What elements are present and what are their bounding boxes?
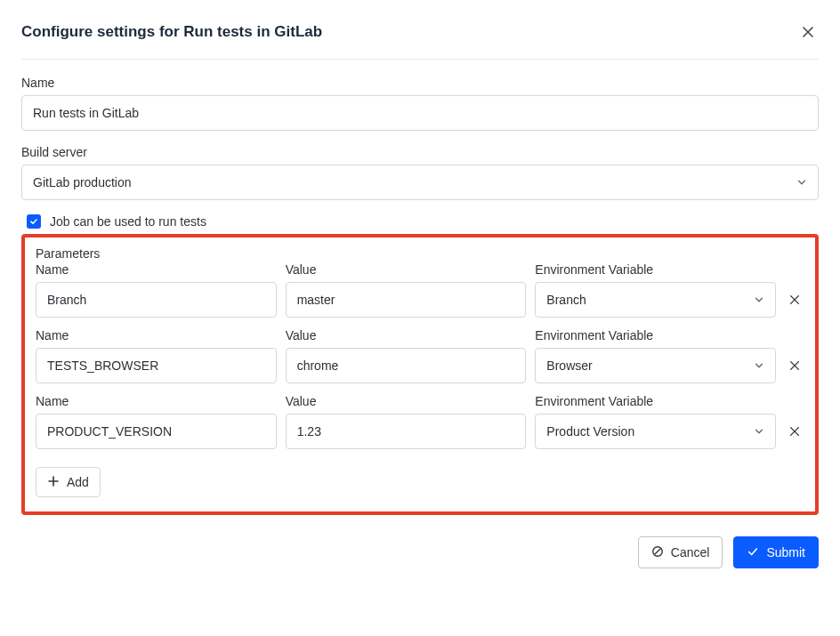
param-env-select[interactable] — [535, 348, 776, 383]
build-server-select[interactable] — [21, 165, 819, 200]
close-button[interactable] — [797, 21, 819, 43]
cancel-label: Cancel — [671, 545, 710, 560]
param-name-label: Name — [36, 328, 277, 342]
submit-label: Submit — [766, 545, 805, 560]
param-env-label: Environment Variable — [535, 394, 776, 408]
dialog-footer: Cancel Submit — [21, 536, 819, 568]
param-name-col: Name — [36, 394, 277, 449]
param-value-col: Value — [286, 262, 527, 318]
run-tests-checkbox-row: Job can be used to run tests — [21, 214, 819, 229]
param-value-input[interactable] — [286, 282, 527, 318]
check-icon — [29, 217, 38, 226]
add-parameter-label: Add — [67, 475, 89, 489]
parameters-title: Parameters — [36, 246, 804, 261]
param-value-label: Value — [286, 262, 527, 277]
close-icon — [788, 425, 801, 438]
param-name-input[interactable] — [36, 348, 277, 383]
param-name-label: Name — [36, 262, 277, 277]
param-value-label: Value — [286, 394, 527, 408]
run-tests-checkbox[interactable] — [27, 214, 41, 229]
param-env-select[interactable] — [535, 282, 776, 318]
param-name-input[interactable] — [36, 282, 277, 318]
remove-parameter-button[interactable] — [785, 348, 804, 383]
cancel-icon — [651, 545, 664, 560]
run-tests-checkbox-label: Job can be used to run tests — [50, 214, 206, 229]
param-env-col: Environment Variable — [535, 262, 776, 318]
param-env-col: Environment Variable — [535, 394, 776, 449]
plus-icon — [47, 475, 60, 490]
cancel-button[interactable]: Cancel — [638, 536, 723, 568]
name-label: Name — [21, 76, 819, 90]
param-name-col: Name — [36, 262, 277, 318]
param-name-col: Name — [36, 328, 277, 383]
name-field-group: Name — [21, 76, 819, 131]
parameters-section: Parameters NameValueEnvironment Variable… — [21, 234, 819, 515]
param-env-select[interactable] — [535, 414, 776, 449]
parameter-row: NameValueEnvironment Variable — [36, 262, 804, 318]
param-value-col: Value — [286, 328, 527, 383]
build-server-field-group: Build server — [21, 145, 819, 200]
parameter-row: NameValueEnvironment Variable — [36, 328, 804, 383]
close-icon — [788, 359, 801, 372]
param-value-label: Value — [286, 328, 527, 342]
param-name-input[interactable] — [36, 414, 277, 449]
param-value-input[interactable] — [286, 348, 527, 383]
submit-button[interactable]: Submit — [733, 536, 819, 568]
param-name-label: Name — [36, 394, 277, 408]
param-env-label: Environment Variable — [535, 262, 776, 277]
param-env-label: Environment Variable — [535, 328, 776, 342]
close-icon — [801, 25, 815, 39]
remove-parameter-button[interactable] — [785, 414, 804, 449]
remove-parameter-button[interactable] — [785, 282, 804, 318]
param-value-input[interactable] — [286, 414, 527, 449]
check-icon — [747, 545, 759, 560]
build-server-label: Build server — [21, 145, 819, 159]
param-value-col: Value — [286, 394, 527, 449]
close-icon — [788, 294, 801, 306]
parameter-row: NameValueEnvironment Variable — [36, 394, 804, 449]
dialog-title: Configure settings for Run tests in GitL… — [21, 23, 322, 41]
name-input[interactable] — [21, 95, 819, 131]
param-env-col: Environment Variable — [535, 328, 776, 383]
dialog-header: Configure settings for Run tests in GitL… — [21, 21, 819, 60]
add-parameter-button[interactable]: Add — [36, 467, 101, 497]
